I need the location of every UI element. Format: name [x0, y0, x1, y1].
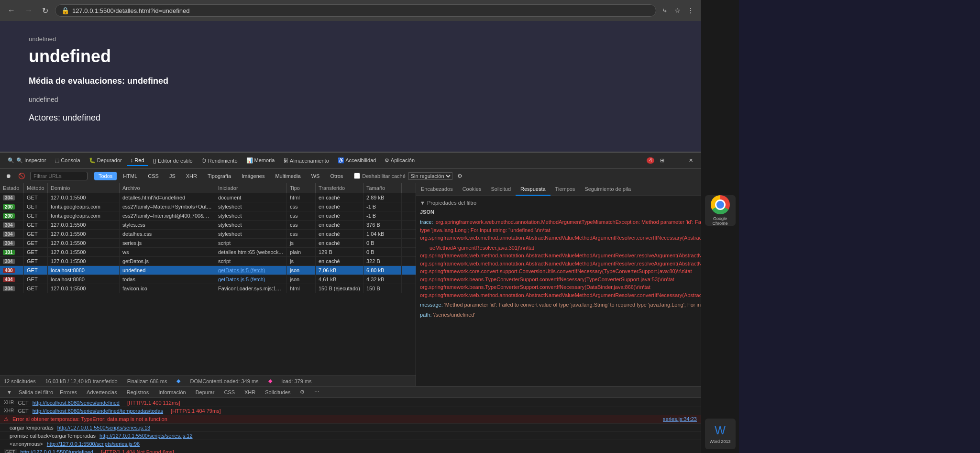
- console-xhr-btn[interactable]: XHR: [242, 388, 258, 396]
- tab-almacenamiento[interactable]: 🗄 Almacenamiento: [279, 156, 332, 166]
- console-errors-btn[interactable]: Errores: [57, 388, 80, 396]
- net-tab-ws[interactable]: WS: [307, 172, 324, 180]
- net-tab-multimedia[interactable]: Multimedia: [271, 172, 305, 180]
- error-icon: ⚠: [4, 416, 9, 422]
- load-time: load: 379 ms: [282, 378, 312, 384]
- net-tab-js[interactable]: JS: [165, 172, 180, 180]
- panel-tab-cookies[interactable]: Cookies: [458, 183, 486, 196]
- network-toolbar: ⏺ 🚫 Todos HTML CSS JS XHR Tipografía Imá…: [0, 169, 701, 183]
- network-row[interactable]: 200 GET fonts.googleapis.com css2?family…: [0, 202, 416, 211]
- network-row[interactable]: 404 GET localhost:8080 todas getDatos.js…: [0, 275, 416, 284]
- tab-consola[interactable]: ⬚ Consola: [51, 155, 84, 166]
- console-settings-btn[interactable]: ⚙: [297, 388, 308, 396]
- cell-transferred: en caché: [316, 239, 363, 247]
- tab-aplicacion[interactable]: ⚙ Aplicación: [381, 155, 418, 166]
- network-row[interactable]: 304 GET 127.0.0.1:5500 detalhes.css styl…: [0, 230, 416, 239]
- network-row[interactable]: 304 GET 127.0.0.1:5500 favicon.ico Favic…: [0, 284, 416, 293]
- console-more-btn[interactable]: ⋯: [311, 388, 322, 396]
- network-row[interactable]: 101 GET 127.0.0.1:5500 ws detalles.html:…: [0, 248, 416, 257]
- menu-button[interactable]: ⋮: [685, 6, 696, 15]
- console-warnings-btn[interactable]: Advertencias: [84, 388, 120, 396]
- panel-tab-tiempos[interactable]: Tiempos: [551, 183, 580, 196]
- chrome-app-icon[interactable]: Google Chrome: [705, 195, 736, 226]
- network-row[interactable]: 304 GET 127.0.0.1:5500 series.js script …: [0, 239, 416, 248]
- chrome-icon: [711, 195, 730, 214]
- col-archivo: Archivo: [120, 183, 215, 193]
- more-button[interactable]: ⋯: [670, 155, 683, 166]
- stack-url2[interactable]: http://127.0.0.1:5500/scripts/series.js:…: [99, 433, 192, 439]
- reload-button[interactable]: ↻: [39, 5, 51, 16]
- net-tab-otros[interactable]: Otros: [326, 172, 347, 180]
- disable-cache-checkbox[interactable]: [354, 173, 360, 179]
- tab-editor-estilo[interactable]: {} Editor de estilo: [149, 156, 197, 166]
- tab-accesibilidad[interactable]: ♿ Accesibilidad: [334, 155, 380, 166]
- net-tab-todos[interactable]: Todos: [94, 172, 117, 180]
- cell-status: 304: [0, 193, 24, 202]
- json-trace-key: trace: 'org.springframework.web.method.a…: [420, 218, 701, 242]
- tab-inspector[interactable]: 🔍 🔍 Inspector: [4, 155, 50, 166]
- dock-button[interactable]: ⊞: [656, 155, 668, 166]
- tab-memoria[interactable]: 📊 Memoria: [242, 155, 279, 166]
- cell-initiator: getDatos.js:5 (fetch): [215, 275, 287, 284]
- cell-file: series.js: [120, 239, 215, 247]
- forward-button[interactable]: →: [22, 5, 35, 16]
- record-button[interactable]: ⏺: [4, 172, 13, 180]
- no-regulation-label[interactable]: Sin regulación: [408, 172, 452, 180]
- back-button[interactable]: ←: [5, 5, 18, 16]
- media-label: Média de evaluaciones:: [29, 76, 125, 86]
- network-row[interactable]: 304 GET 127.0.0.1:5500 getDatos.js scrip…: [0, 257, 416, 266]
- console-filter-icon[interactable]: ▼: [4, 388, 15, 396]
- filter-input[interactable]: [30, 172, 88, 180]
- console-url2[interactable]: http://localhost:8080/series/undefined/t…: [33, 408, 163, 414]
- clear-button[interactable]: 🚫: [16, 172, 27, 180]
- panel-tab-solicitud[interactable]: Solicitud: [486, 183, 516, 196]
- console-get-url[interactable]: http://127.0.0.1:5500/undefined: [21, 449, 93, 453]
- regulation-select[interactable]: Sin regulación: [408, 172, 452, 180]
- panel-tab-seguimiento[interactable]: Seguimiento de pila: [580, 183, 636, 196]
- cell-size: 0 B: [363, 248, 402, 256]
- chrome-label: Google Chrome: [706, 216, 735, 226]
- network-row[interactable]: 400 GET localhost:8080 undefined getDato…: [0, 266, 416, 275]
- console-css-btn[interactable]: CSS: [221, 388, 238, 396]
- network-row[interactable]: 200 GET fonts.googleapis.com css2?family…: [0, 211, 416, 221]
- net-tab-tipografia[interactable]: Tipografía: [203, 172, 235, 180]
- address-bar[interactable]: 🔒 127.0.0.1:5500/detalles.html?id=undefi…: [55, 4, 656, 17]
- console-error-text: Error al obtener temporadas: TypeError: …: [12, 416, 167, 422]
- cell-initiator: stylesheet: [215, 221, 287, 229]
- network-row[interactable]: 304 GET 127.0.0.1:5500 detalles.html?id=…: [0, 193, 416, 202]
- cell-domain: 127.0.0.1:5500: [48, 230, 120, 238]
- cell-type: css: [287, 202, 316, 211]
- settings-button[interactable]: ⚙: [455, 172, 464, 180]
- net-tab-xhr[interactable]: XHR: [182, 172, 201, 180]
- console-debug-btn[interactable]: Depurar: [193, 388, 218, 396]
- cell-status: 304: [0, 221, 24, 229]
- stack-url1[interactable]: http://127.0.0.1:5500/scripts/series.js:…: [57, 425, 150, 431]
- tab-red[interactable]: ↕ Red: [127, 155, 148, 166]
- close-devtools-button[interactable]: ✕: [685, 155, 697, 166]
- console-logs-btn[interactable]: Registros: [124, 388, 152, 396]
- word-app-icon[interactable]: W Word 2013: [705, 419, 736, 449]
- page-title: undefined: [29, 46, 672, 66]
- cell-status: 200: [0, 211, 24, 220]
- disable-cache-label[interactable]: Deshabilitar caché: [354, 173, 406, 179]
- network-row[interactable]: 304 GET 127.0.0.1:5500 styles.css styles…: [0, 221, 416, 230]
- console-requests-btn[interactable]: Solicitudes: [262, 388, 293, 396]
- cell-transferred: en caché: [316, 221, 363, 229]
- tab-depurador[interactable]: 🐛 Depurador: [85, 155, 126, 166]
- net-tab-css[interactable]: CSS: [143, 172, 163, 180]
- console-method-get2: GET: [18, 408, 29, 414]
- panel-tab-encabezados[interactable]: Encabezados: [416, 183, 458, 196]
- tab-rendimiento[interactable]: ⏱ Rendimiento: [198, 156, 242, 166]
- translate-icon[interactable]: ⤷: [660, 6, 670, 15]
- stack-url3[interactable]: http://127.0.0.1:5500/scripts/series.js:…: [47, 441, 140, 447]
- net-tab-html[interactable]: HTML: [119, 172, 142, 180]
- cell-file: css2?family=Material+Symbols+Outlined:op…: [120, 202, 215, 211]
- net-tab-imagenes[interactable]: Imágenes: [237, 172, 269, 180]
- console-url1[interactable]: http://localhost:8080/series/undefined: [33, 400, 120, 406]
- star-icon[interactable]: ☆: [672, 6, 683, 15]
- console-error-url[interactable]: series.js:34:23: [663, 416, 697, 422]
- cell-size: 376 B: [363, 221, 402, 229]
- cell-size: 0 B: [363, 239, 402, 247]
- panel-tab-respuesta[interactable]: Respuesta: [516, 183, 551, 196]
- console-info-btn[interactable]: Información: [155, 388, 188, 396]
